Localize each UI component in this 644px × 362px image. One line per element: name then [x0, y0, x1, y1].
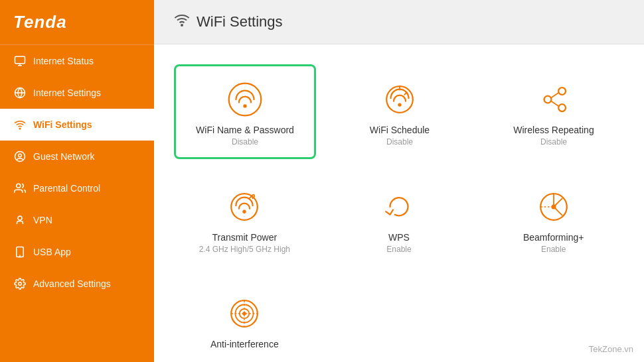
sidebar-item-guest-network[interactable]: Guest Network	[0, 141, 154, 172]
wifi-schedule-label: WiFi Schedule	[370, 125, 430, 135]
svg-rect-0	[15, 56, 25, 64]
grid-item-transmit-power[interactable]: Transmit Power 2.4 GHz High/5 GHz High	[174, 172, 315, 266]
grid-item-wireless-repeating[interactable]: Wireless Repeating Disable	[483, 64, 624, 159]
grid-item-beamforming[interactable]: Beamforming+ Enable	[483, 172, 624, 266]
svg-point-7	[19, 154, 22, 157]
transmit-power-icon	[224, 187, 264, 227]
grid-row-2: Transmit Power 2.4 GHz High/5 GHz High W…	[174, 172, 624, 266]
svg-point-16	[243, 104, 246, 107]
sidebar-label: Advanced Settings	[33, 278, 111, 289]
wps-label: WPS	[388, 232, 410, 243]
watermark: TekZone.vn	[589, 344, 633, 354]
svg-point-27	[243, 210, 246, 213]
main-content: WiFi Settings WiFi Name & Password D	[154, 0, 644, 362]
transmit-power-label: Transmit Power	[212, 232, 278, 243]
wifi-name-icon	[225, 80, 265, 119]
svg-point-13	[19, 282, 22, 286]
svg-point-22	[558, 88, 566, 95]
sidebar-label: VPN	[33, 215, 52, 225]
page-title: WiFi Settings	[197, 13, 283, 30]
sidebar-item-parental-control[interactable]: Parental Control	[0, 172, 154, 204]
grid-item-wps[interactable]: WPS Enable	[329, 172, 470, 266]
wps-status: Enable	[386, 245, 411, 254]
svg-line-25	[551, 101, 558, 106]
globe-icon	[13, 86, 27, 99]
svg-point-8	[17, 184, 21, 188]
parental-icon	[13, 182, 27, 195]
wireless-repeating-icon	[534, 80, 574, 119]
settings-icon	[13, 277, 27, 290]
sidebar-item-internet-settings[interactable]: Internet Settings	[0, 77, 154, 109]
anti-interference-label: Anti-interference	[210, 339, 279, 349]
svg-point-5	[19, 128, 21, 129]
wifi-icon	[13, 118, 27, 131]
grid-area: WiFi Name & Password Disable	[154, 44, 644, 362]
sidebar-label: Guest Network	[33, 151, 95, 162]
guest-icon	[13, 150, 27, 163]
wifi-name-label: WiFi Name & Password	[196, 125, 294, 135]
beamforming-label: Beamforming+	[523, 232, 584, 243]
sidebar-label: Parental Control	[33, 183, 100, 194]
wifi-schedule-icon	[380, 80, 420, 119]
sidebar-label: Internet Settings	[33, 88, 101, 98]
sidebar-label: USB App	[33, 247, 71, 257]
wifi-header-icon	[174, 12, 190, 32]
grid-item-wifi-name-password[interactable]: WiFi Name & Password Disable	[174, 64, 316, 159]
page-header: WiFi Settings	[154, 0, 644, 44]
logo: Tenda	[0, 0, 154, 45]
wireless-repeating-status: Disable	[540, 137, 567, 147]
wifi-schedule-status: Disable	[386, 137, 413, 147]
svg-point-23	[558, 104, 566, 111]
wifi-name-status: Disable	[232, 137, 258, 147]
wps-icon	[379, 187, 419, 227]
beamforming-icon	[534, 187, 574, 227]
sidebar-item-advanced-settings[interactable]: Advanced Settings	[0, 268, 154, 300]
transmit-power-status: 2.4 GHz High/5 GHz High	[199, 245, 290, 254]
wireless-repeating-label: Wireless Repeating	[513, 125, 594, 135]
sidebar-item-wifi-settings[interactable]: WiFi Settings	[0, 109, 154, 141]
svg-line-24	[551, 93, 558, 97]
sidebar-label: Internet Status	[33, 56, 94, 66]
grid-item-wifi-schedule[interactable]: WiFi Schedule Disable	[329, 64, 470, 159]
svg-point-15	[229, 84, 262, 116]
sidebar: Tenda Internet Status Internet Settings …	[0, 0, 154, 362]
monitor-icon	[13, 54, 27, 68]
grid-item-anti-interference[interactable]: Anti-interference	[174, 279, 315, 362]
sidebar-item-internet-status[interactable]: Internet Status	[0, 45, 154, 77]
svg-line-20	[404, 92, 407, 95]
usb-icon	[13, 245, 27, 259]
svg-point-9	[18, 216, 22, 220]
svg-point-21	[544, 96, 552, 103]
beamforming-status: Enable	[541, 245, 566, 254]
svg-point-14	[181, 25, 183, 26]
main-wrapper: WiFi Settings WiFi Name & Password D	[154, 0, 644, 362]
sidebar-item-vpn[interactable]: VPN	[0, 204, 154, 236]
brand-name: Tenda	[13, 12, 67, 32]
vpn-icon	[13, 213, 27, 227]
grid-row-1: WiFi Name & Password Disable	[174, 64, 624, 159]
grid-row-3: Anti-interference	[174, 279, 624, 362]
anti-interference-icon	[224, 294, 264, 333]
sidebar-label: WiFi Settings	[33, 119, 92, 130]
sidebar-item-usb-app[interactable]: USB App	[0, 236, 154, 268]
svg-point-18	[398, 103, 401, 106]
